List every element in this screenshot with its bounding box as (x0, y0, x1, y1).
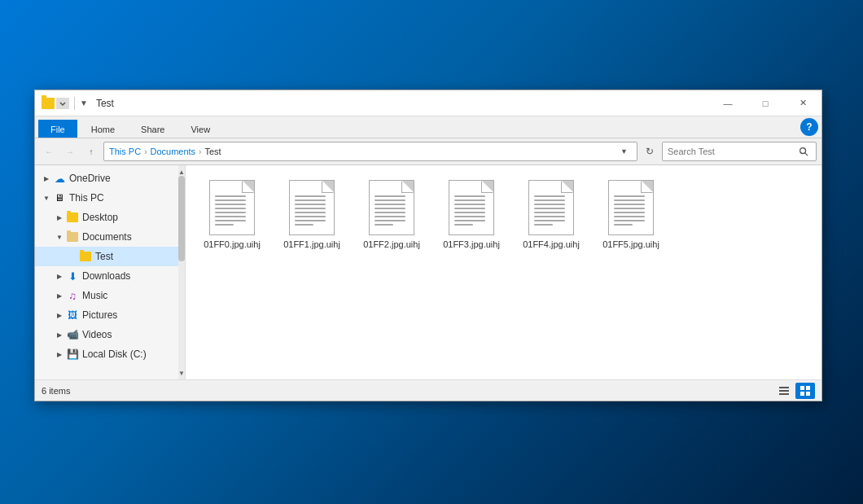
document-icon (528, 180, 574, 235)
large-icons-view-icon (799, 385, 811, 397)
file-name: 01FF4.jpg.uihj (523, 239, 580, 250)
sidebar-label-videos: Videos (82, 329, 112, 340)
onedrive-icon: ☁ (53, 172, 66, 185)
close-button[interactable]: ✕ (784, 90, 821, 116)
sidebar-item-downloads[interactable]: ▶ ⬇ Downloads (35, 266, 185, 286)
document-lines (375, 195, 405, 230)
document-icon (209, 180, 255, 235)
file-item[interactable]: 01FF0.jpg.uihj (195, 175, 269, 255)
view-toggle-buttons (774, 383, 815, 399)
sidebar-item-desktop[interactable]: ▶ Desktop (35, 208, 185, 227)
search-button[interactable] (796, 144, 811, 159)
sidebar-label-downloads: Downloads (82, 270, 130, 282)
sidebar-scroll-down[interactable]: ▼ (178, 366, 185, 379)
forward-button[interactable]: → (61, 142, 79, 160)
music-icon: ♫ (66, 289, 79, 302)
videos-icon: 📹 (66, 328, 79, 341)
svg-rect-7 (800, 392, 804, 396)
crumb-documents[interactable]: Documents (150, 147, 195, 156)
tab-view[interactable]: View (178, 120, 222, 138)
window-controls: — □ ✕ (709, 90, 821, 116)
sidebar-scroll: ▶ ☁ OneDrive ▼ 🖥 This PC ▶ Desktop (35, 165, 185, 379)
sidebar-item-music[interactable]: ▶ ♫ Music (35, 286, 185, 305)
tab-share[interactable]: Share (129, 120, 177, 138)
addressbar: ← → ↑ This PC › Documents › Test ▼ ↻ (35, 138, 821, 165)
sidebar-label-thispc: This PC (69, 192, 104, 204)
titlebar-icons: ▼ (42, 97, 91, 110)
svg-rect-3 (779, 390, 789, 392)
details-view-button[interactable] (774, 383, 794, 399)
document-lines (454, 195, 485, 230)
sidebar-label-onedrive: OneDrive (69, 173, 111, 184)
titlebar-quick-icon-1[interactable] (56, 98, 69, 109)
sidebar-scroll-thumb[interactable] (178, 176, 185, 261)
sidebar-label-pictures: Pictures (82, 309, 117, 321)
sidebar-item-test[interactable]: ▶ Test (35, 247, 185, 266)
document-icon (449, 180, 494, 235)
test-folder-icon (79, 250, 92, 263)
expand-videos-arrow: ▶ (55, 330, 64, 340)
crumb-sep-1: › (144, 147, 147, 156)
file-item[interactable]: 01FF5.jpg.uihj (594, 175, 668, 255)
crumb-this-pc[interactable]: This PC (109, 147, 141, 156)
address-box[interactable]: This PC › Documents › Test ▼ (103, 142, 637, 161)
details-view-icon (778, 385, 790, 397)
large-icons-view-button[interactable] (795, 383, 815, 399)
pc-icon: 🖥 (53, 191, 66, 204)
file-name: 01FF3.jpg.uihj (443, 239, 500, 250)
localdisk-icon: 💾 (66, 348, 79, 361)
file-area: 01FF0.jpg.uihj01FF1.jpg.uihj01FF2.jpg.ui… (186, 165, 821, 379)
address-dropdown-arrow[interactable]: ▼ (620, 147, 632, 156)
file-item[interactable]: 01FF2.jpg.uihj (355, 175, 428, 255)
svg-rect-2 (779, 387, 789, 388)
document-icon (289, 180, 335, 235)
sidebar-label-test: Test (95, 251, 113, 262)
back-button[interactable]: ← (40, 142, 58, 160)
sidebar-item-onedrive[interactable]: ▶ ☁ OneDrive (35, 169, 185, 188)
file-name: 01FF0.jpg.uihj (204, 239, 261, 250)
svg-rect-8 (806, 392, 810, 396)
svg-rect-5 (800, 386, 804, 390)
file-name: 01FF1.jpg.uihj (283, 239, 340, 250)
tab-home[interactable]: Home (79, 120, 127, 138)
sidebar-item-thispc[interactable]: ▼ 🖥 This PC (35, 188, 185, 208)
breadcrumb: This PC › Documents › Test (109, 147, 221, 156)
search-box (662, 142, 817, 161)
document-icon (369, 180, 414, 235)
file-name: 01FF5.jpg.uihj (602, 239, 659, 250)
titlebar: ▼ Test — □ ✕ (35, 90, 821, 116)
search-input[interactable] (668, 147, 796, 156)
sidebar-item-videos[interactable]: ▶ 📹 Videos (35, 325, 185, 344)
minimize-button[interactable]: — (709, 90, 747, 116)
file-name: 01FF2.jpg.uihj (363, 239, 420, 250)
titlebar-dropdown-arrow[interactable]: ▼ (80, 99, 88, 107)
sidebar-item-pictures[interactable]: ▶ 🖼 Pictures (35, 305, 185, 325)
refresh-button[interactable]: ↻ (641, 142, 659, 161)
sidebar-item-documents[interactable]: ▼ Documents (35, 227, 185, 247)
maximize-button[interactable]: □ (747, 90, 784, 116)
explorer-window: ▼ Test — □ ✕ File Home Share View ? ← → … (34, 90, 822, 401)
file-item[interactable]: 01FF3.jpg.uihj (435, 175, 508, 255)
help-button[interactable]: ? (800, 118, 818, 136)
downloads-icon: ⬇ (66, 270, 79, 283)
ribbon: File Home Share View ? (35, 116, 821, 138)
up-button[interactable]: ↑ (82, 142, 100, 160)
svg-rect-6 (806, 386, 810, 390)
sidebar-scrollbar[interactable]: ▲ ▼ (178, 165, 185, 379)
document-lines (614, 195, 645, 230)
expand-desktop-arrow: ▶ (55, 213, 64, 222)
file-item[interactable]: 01FF4.jpg.uihj (515, 175, 588, 255)
expand-downloads-arrow: ▶ (55, 271, 64, 281)
document-lines (534, 195, 565, 230)
sidebar-item-localdisk[interactable]: ▶ 💾 Local Disk (C:) (35, 344, 185, 364)
sidebar-label-music: Music (82, 290, 107, 301)
file-item[interactable]: 01FF1.jpg.uihj (275, 175, 348, 255)
svg-point-0 (800, 148, 806, 154)
statusbar: 6 items (35, 379, 821, 401)
sidebar: ▶ ☁ OneDrive ▼ 🖥 This PC ▶ Desktop (35, 165, 186, 379)
tab-file[interactable]: File (38, 120, 77, 138)
titlebar-separator (74, 97, 75, 110)
crumb-test: Test (204, 147, 221, 156)
expand-onedrive-arrow: ▶ (42, 173, 51, 183)
expand-thispc-arrow: ▼ (42, 193, 51, 203)
